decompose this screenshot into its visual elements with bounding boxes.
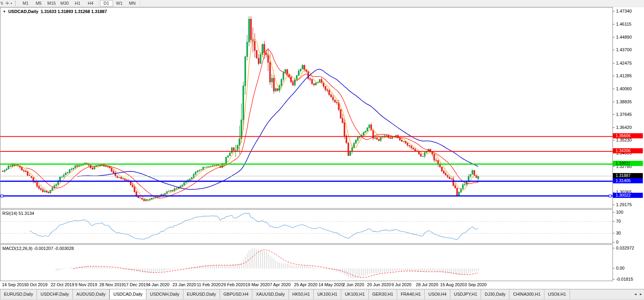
- main-price-axis[interactable]: 1.473401.461151.448901.437001.424751.412…: [613, 7, 644, 209]
- timeframe-button-m15[interactable]: M15: [45, 0, 58, 7]
- price-axis-tick: 1.43700: [613, 47, 632, 52]
- mt4-terminal-window: ↯ ✛ ▾ M1M5M15M30H1H4D1W1MN ▼ USDCAD,Dail…: [0, 0, 644, 300]
- price-axis-tick: 1.35230: [613, 138, 632, 143]
- rsi-axis-tick: 70: [613, 219, 621, 224]
- time-axis-label: 9 Jul 2020: [391, 282, 411, 287]
- resistance-line-price-badge: 1.35606: [613, 133, 643, 138]
- chart-tab-eurusd-daily[interactable]: EURUSD,Daily: [183, 289, 220, 299]
- timeframe-button-d1[interactable]: D1: [100, 0, 113, 7]
- chart-title-dropdown-icon[interactable]: ▼: [3, 10, 6, 13]
- time-axis-label: 3 Oct 2019: [26, 282, 48, 287]
- pivot-line-price-badge: 1.33011: [613, 161, 643, 166]
- timeframe-button-m5[interactable]: M5: [32, 0, 45, 7]
- price-axis-tick: 1.41285: [613, 73, 632, 78]
- timeframe-buttons: M1M5M15M30H1H4D1W1MN: [19, 0, 142, 7]
- price-axis-tick: 1.36420: [613, 125, 632, 130]
- chart-tab-usdcad-daily[interactable]: USDCAD,Daily: [109, 289, 146, 299]
- timeframe-button-h4[interactable]: H4: [84, 0, 97, 7]
- rsi-axis-tick: 30: [613, 231, 621, 236]
- price-axis-tick: 1.37645: [613, 112, 632, 117]
- chart-symbol-label: USDCAD,Daily: [8, 9, 38, 14]
- crosshair-tool-icon[interactable]: ✛: [4, 0, 11, 6]
- time-axis-label: 28 Nov 2019: [99, 282, 124, 287]
- rsi-pane: RSI(14) 51.3134 10070300: [0, 209, 644, 244]
- rsi-plot[interactable]: RSI(14) 51.3134: [0, 209, 613, 244]
- macd-axis[interactable]: 0.0329720.00-0.01815: [613, 244, 644, 281]
- candlestick-plot-svg[interactable]: [0, 7, 613, 208]
- time-axis-label: 20 Jun 2020: [367, 282, 391, 287]
- time-axis-label: 23 Jan 2020: [172, 282, 196, 287]
- chart-tab-uk100-h1[interactable]: UK100,H1: [341, 289, 369, 299]
- rsi-indicator-label: RSI(14) 51.3134: [2, 211, 34, 216]
- chart-tab-dj30-daily[interactable]: DJ30,Daily: [481, 289, 509, 299]
- current-price-line-price-badge: 1.31887: [613, 173, 643, 178]
- time-axis-label: 15 Aug 2020: [440, 282, 464, 287]
- rsi-axis[interactable]: 10070300: [613, 209, 644, 244]
- rsi-axis-tick: 100: [613, 210, 623, 215]
- price-axis-tick: 1.46115: [613, 22, 631, 27]
- time-axis-label: 22 Oct 2019: [51, 282, 74, 287]
- price-axis-tick: 1.38835: [613, 99, 632, 104]
- chart-tab-eurusd-daily[interactable]: EURUSD,Daily: [0, 289, 37, 299]
- chart-tab-ger30-h1[interactable]: GER30,H1: [369, 289, 397, 299]
- time-axis-label: 17 Dec 2019: [124, 282, 148, 287]
- timeframe-button-mn[interactable]: MN: [126, 0, 139, 7]
- time-axis-label: 29 Feb 2020: [221, 282, 246, 287]
- tab-scroll-left-icon[interactable]: ◄: [634, 293, 637, 296]
- tab-scroll-right-icon[interactable]: ►: [639, 293, 642, 296]
- resistance-line-price-badge: 1.34206: [613, 148, 643, 153]
- macd-axis-tick: 0.00: [613, 266, 624, 271]
- tab-scroll-arrows: ◄ ►: [632, 289, 644, 299]
- chart-tab-audusd-daily[interactable]: AUDUSD,Daily: [73, 289, 109, 299]
- macd-plot[interactable]: MACD(12,26,9) -0.001207 -0.003028: [0, 244, 613, 281]
- time-axis-label: 2 Jun 2020: [343, 282, 364, 287]
- chart-tab-usdjpy-h1[interactable]: USDJPY,H1: [450, 289, 481, 299]
- clipped-tool-icon[interactable]: ↯: [0, 0, 4, 6]
- time-axis-label: 28 Jul 2020: [416, 282, 438, 287]
- time-axis[interactable]: 14 Sep 20193 Oct 201922 Oct 20199 Nov 20…: [0, 281, 644, 289]
- support-line-price-badge: 1.31405: [613, 178, 643, 183]
- time-axis-label: 7 Apr 2020: [270, 282, 291, 287]
- main-chart-pane: ▼ USDCAD,Daily 1.31633 1.31893 1.31268 1…: [0, 7, 644, 209]
- support-line-price-badge: 1.30022: [613, 193, 643, 198]
- toolbar-grip[interactable]: [15, 1, 18, 6]
- chart-tab-usoil-h1[interactable]: USOil,H1: [544, 289, 570, 299]
- chart-tab-hk50-h1[interactable]: HK50,H1: [289, 289, 314, 299]
- chart-tab-gbpusd-h4[interactable]: GBPUSD,H4: [220, 289, 253, 299]
- time-axis-label: 14 May 2020: [318, 282, 344, 287]
- chart-tabs: EURUSD,DailyUSDCHF,DailyAUDUSD,DailyUSDC…: [0, 289, 644, 299]
- main-plot[interactable]: ▼ USDCAD,Daily 1.31633 1.31893 1.31268 1…: [0, 7, 613, 209]
- time-axis-label: 4 Jan 2020: [148, 282, 169, 287]
- macd-plot-svg[interactable]: [0, 245, 613, 281]
- toolbar-separator: [140, 1, 141, 6]
- chart-tab-usdcnh-daily[interactable]: USDCNH,Daily: [146, 289, 183, 299]
- timeframe-button-w1[interactable]: W1: [113, 0, 126, 7]
- macd-indicator-label: MACD(12,26,9) -0.001207 -0.003028: [2, 246, 74, 251]
- macd-axis-tick: 0.032972: [613, 246, 634, 251]
- price-axis-tick: 1.44890: [613, 35, 632, 40]
- chart-workspace: ▼ USDCAD,Daily 1.31633 1.31893 1.31268 1…: [0, 7, 644, 289]
- tool-dropdown-arrow-icon[interactable]: ▾: [11, 2, 12, 5]
- price-axis-tick: 1.29175: [613, 202, 632, 207]
- time-axis-label: 9 Nov 2019: [75, 282, 97, 287]
- chart-tab-china300-h1[interactable]: CHINA300,H1: [509, 289, 544, 299]
- time-axis-label: 19 Mar 2020: [245, 282, 270, 287]
- time-axis-label: 25 Apr 2020: [294, 282, 317, 287]
- timeframe-button-h1[interactable]: H1: [71, 0, 84, 7]
- chart-tab-fra40-h1[interactable]: FRA40,H1: [397, 289, 425, 299]
- time-axis-label: 14 Sep 2019: [2, 282, 26, 287]
- timeframe-button-m30[interactable]: M30: [58, 0, 71, 7]
- chart-tab-usdchf-daily[interactable]: USDCHF,Daily: [37, 289, 73, 299]
- timeframe-toolbar: ↯ ✛ ▾ M1M5M15M30H1H4D1W1MN: [0, 0, 644, 7]
- rsi-plot-svg[interactable]: [0, 210, 613, 243]
- time-axis-label: 3 Sep 2020: [464, 282, 487, 287]
- chart-ohlc-values: 1.31633 1.31893 1.31268 1.31887: [41, 9, 107, 14]
- timeframe-button-m1[interactable]: M1: [19, 0, 32, 7]
- chart-tab-xauusd-daily[interactable]: XAUUSD,Daily: [252, 289, 289, 299]
- chart-tab-bar: EURUSD,DailyUSDCHF,DailyAUDUSD,DailyUSDC…: [0, 289, 644, 299]
- chart-tab-uk100-h1[interactable]: UK100,H1: [314, 289, 341, 299]
- price-axis-tick: 1.40060: [613, 86, 632, 91]
- chart-tab-usoil-h4[interactable]: USOil,H4: [425, 289, 450, 299]
- chart-title: ▼ USDCAD,Daily 1.31633 1.31893 1.31268 1…: [3, 9, 107, 14]
- price-axis-tick: 1.47340: [613, 9, 632, 14]
